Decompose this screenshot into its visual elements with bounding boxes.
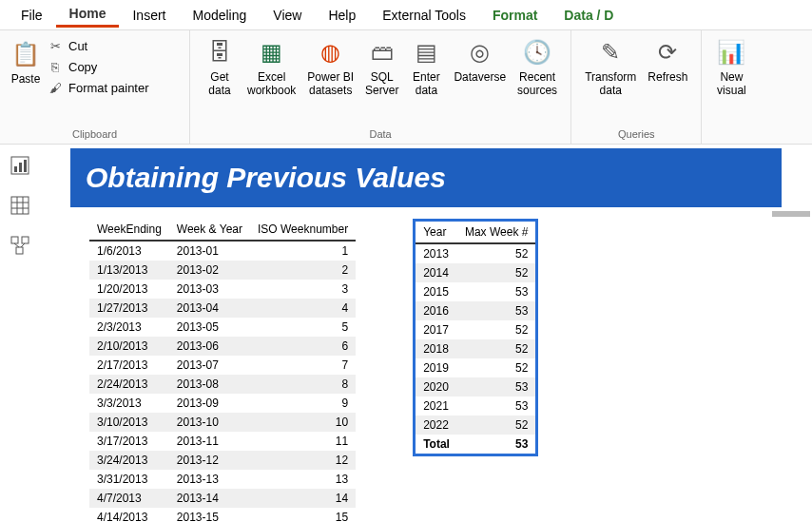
sql-server-icon: 🗃: [366, 36, 398, 68]
model-view-button[interactable]: [9, 234, 31, 257]
cell-weekending: 2/24/2013: [89, 375, 169, 394]
table-row[interactable]: 1/20/20132013-033: [89, 280, 356, 299]
copy-icon: ⎘: [48, 59, 63, 74]
cell-year: 2013: [415, 243, 457, 263]
menu-insert[interactable]: Insert: [119, 4, 179, 27]
paste-button[interactable]: 📋 Paste: [8, 34, 44, 89]
report-canvas[interactable]: Obtaining Previous Values WeekEnding Wee…: [40, 145, 812, 522]
cell-week-year: 2013-12: [169, 451, 250, 470]
menu-view[interactable]: View: [260, 4, 315, 27]
cell-weekending: 1/20/2013: [89, 280, 169, 299]
menu-home[interactable]: Home: [56, 2, 120, 28]
group-label-data: Data: [190, 128, 570, 142]
get-data-label: Get data: [208, 70, 230, 98]
total-value: 53: [457, 435, 537, 455]
data-view-button[interactable]: [9, 194, 31, 217]
cell-year: 2019: [415, 358, 457, 377]
table-row[interactable]: 4/7/20132013-1414: [89, 489, 356, 508]
enter-data-label: Enter data: [413, 70, 440, 98]
cell-week-year: 2013-09: [169, 394, 250, 413]
table-row[interactable]: 201553: [415, 282, 537, 301]
menu-help[interactable]: Help: [315, 4, 369, 27]
table-row[interactable]: 1/13/20132013-022: [89, 261, 356, 280]
table-row[interactable]: 3/10/20132013-1010: [89, 413, 356, 432]
menu-format[interactable]: Format: [479, 4, 551, 27]
menu-modeling[interactable]: Modeling: [179, 4, 260, 27]
table-max-week[interactable]: Year Max Week # 201352201452201553201653…: [413, 219, 538, 456]
cell-iso: 7: [250, 356, 356, 375]
page-title: Obtaining Previous Values: [70, 148, 782, 207]
cell-max-week: 52: [457, 263, 537, 282]
menu-data-drill[interactable]: Data / D: [551, 4, 627, 27]
table-row[interactable]: 2/10/20132013-066: [89, 337, 356, 356]
scroll-handle-top[interactable]: [772, 211, 810, 217]
table-row[interactable]: 3/24/20132013-1212: [89, 451, 356, 470]
svg-rect-1: [14, 166, 17, 172]
col-weekending[interactable]: WeekEnding: [89, 219, 169, 241]
svg-rect-11: [16, 247, 23, 254]
enter-data-button[interactable]: ▤Enter data: [404, 34, 448, 100]
col-max-week[interactable]: Max Week #: [457, 221, 537, 244]
menu-external-tools[interactable]: External Tools: [369, 4, 479, 27]
menubar: File Home Insert Modeling View Help Exte…: [0, 0, 812, 30]
table-row[interactable]: 202153: [415, 396, 537, 416]
cell-week-year: 2013-03: [169, 280, 250, 299]
copy-button[interactable]: ⎘ Copy: [48, 59, 149, 74]
cell-max-week: 53: [457, 377, 537, 396]
table-row[interactable]: 202053: [415, 377, 537, 396]
refresh-button[interactable]: ⟳Refresh: [642, 34, 693, 86]
report-view-button[interactable]: [9, 154, 31, 177]
table-row[interactable]: 2/17/20132013-077: [89, 356, 356, 375]
powerbi-datasets-button[interactable]: ◍Power BI datasets: [301, 34, 359, 100]
col-iso-week[interactable]: ISO Weeknumber: [250, 219, 356, 241]
cell-max-week: 52: [457, 416, 537, 435]
dataverse-button[interactable]: ◎Dataverse: [448, 34, 512, 86]
table-row[interactable]: 201752: [415, 320, 537, 339]
cell-iso: 4: [250, 299, 356, 318]
recent-sources-button[interactable]: 🕓Recent sources: [512, 34, 563, 100]
table-row[interactable]: 3/3/20132013-099: [89, 394, 356, 413]
cell-iso: 1: [250, 241, 356, 261]
table-row[interactable]: 201452: [415, 263, 537, 282]
ribbon-group-data: 🗄Get data ▦Excel workbook ◍Power BI data…: [190, 30, 571, 144]
transform-data-button[interactable]: ✎Transform data: [579, 34, 642, 100]
svg-rect-3: [24, 160, 27, 172]
cell-week-year: 2013-08: [169, 375, 250, 394]
excel-workbook-button[interactable]: ▦Excel workbook: [242, 34, 301, 100]
table-row[interactable]: 1/27/20132013-044: [89, 299, 356, 318]
get-data-button[interactable]: 🗄Get data: [198, 34, 242, 100]
table-row[interactable]: 201352: [415, 243, 537, 263]
table-row[interactable]: 1/6/20132013-011: [89, 241, 356, 261]
get-data-icon: 🗄: [203, 36, 236, 68]
cell-weekending: 2/10/2013: [89, 337, 169, 356]
new-visual-button[interactable]: 📊New visual: [709, 34, 753, 100]
cell-weekending: 1/27/2013: [89, 299, 169, 318]
menu-file[interactable]: File: [8, 4, 56, 27]
table-row[interactable]: 2/24/20132013-088: [89, 375, 356, 394]
col-week-year[interactable]: Week & Year: [169, 219, 250, 241]
table-row[interactable]: 201653: [415, 301, 537, 320]
cell-weekending: 4/14/2013: [89, 508, 169, 522]
main-area: Obtaining Previous Values WeekEnding Wee…: [0, 145, 812, 522]
table-row[interactable]: 201852: [415, 339, 537, 358]
cell-weekending: 1/13/2013: [89, 261, 169, 280]
table-week-ending[interactable]: WeekEnding Week & Year ISO Weeknumber 1/…: [89, 219, 356, 522]
svg-rect-9: [11, 237, 18, 243]
svg-line-13: [21, 243, 25, 247]
cell-week-year: 2013-04: [169, 299, 250, 318]
cell-iso: 3: [250, 280, 356, 299]
table-row[interactable]: 2/3/20132013-055: [89, 318, 356, 337]
table-row[interactable]: 3/31/20132013-1313: [89, 470, 356, 489]
ribbon-group-queries: ✎Transform data ⟳Refresh Queries: [571, 30, 702, 144]
table-row[interactable]: 201952: [415, 358, 537, 377]
cell-year: 2017: [415, 320, 457, 339]
sql-server-button[interactable]: 🗃SQL Server: [359, 34, 404, 100]
cell-week-year: 2013-01: [169, 241, 250, 261]
col-year[interactable]: Year: [415, 221, 457, 244]
table-row[interactable]: 202252: [415, 416, 537, 435]
table-row[interactable]: 3/17/20132013-1111: [89, 432, 356, 451]
format-painter-button[interactable]: 🖌 Format painter: [48, 80, 149, 95]
svg-rect-10: [22, 237, 29, 243]
table-row[interactable]: 4/14/20132013-1515: [89, 508, 356, 522]
cut-button[interactable]: ✂ Cut: [48, 38, 149, 53]
